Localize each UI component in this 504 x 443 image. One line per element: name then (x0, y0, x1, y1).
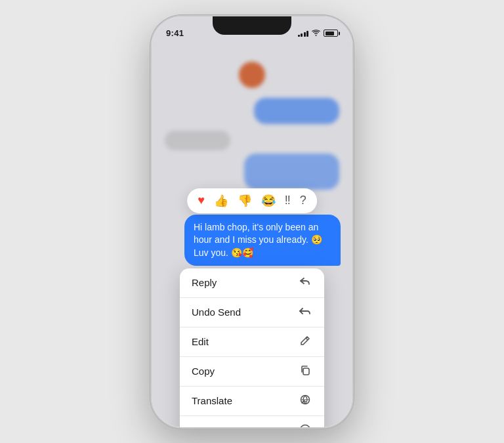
menu-item-edit[interactable]: Edit (180, 327, 324, 357)
menu-item-copy[interactable]: Copy (180, 357, 324, 387)
menu-item-more[interactable]: More... (180, 416, 324, 427)
copy-icon (298, 365, 312, 378)
reply-icon (298, 276, 312, 289)
context-menu: Reply Undo Send (180, 268, 324, 427)
phone-frame: 9:41 (150, 15, 354, 429)
screen: 9:41 (152, 16, 352, 427)
notch (213, 16, 291, 35)
message-text: Hi lamb chop, it's only been an hour and… (194, 222, 322, 258)
menu-label-undo-send: Undo Send (192, 306, 241, 318)
menu-label-more: More... (192, 425, 222, 427)
reaction-question[interactable]: ? (300, 194, 306, 207)
status-icons (298, 30, 339, 37)
edit-icon (298, 335, 312, 348)
translate-icon (298, 394, 312, 408)
wifi-icon (312, 30, 320, 37)
undo-send-icon (298, 306, 312, 319)
menu-label-translate: Translate (192, 395, 232, 406)
menu-item-reply[interactable]: Reply (180, 268, 324, 298)
reaction-exclamation[interactable]: ‼ (285, 194, 291, 207)
svg-point-2 (301, 425, 310, 427)
menu-item-undo-send[interactable]: Undo Send (180, 298, 324, 327)
status-time: 9:41 (166, 28, 184, 38)
reaction-thumbsdown[interactable]: 👎 (238, 194, 252, 208)
menu-label-edit: Edit (192, 336, 209, 347)
reaction-haha[interactable]: 😂 (261, 194, 276, 208)
signal-icon (298, 30, 309, 37)
menu-label-reply: Reply (192, 277, 217, 288)
menu-item-translate[interactable]: Translate (180, 387, 324, 416)
menu-label-copy: Copy (192, 366, 215, 377)
reaction-bar: ♥ 👍 👎 😂 ‼ ? (187, 188, 317, 213)
message-bubble: Hi lamb chop, it's only been an hour and… (184, 215, 341, 266)
power-button[interactable] (352, 121, 354, 167)
battery-fill (326, 32, 335, 35)
reaction-heart[interactable]: ♥ (198, 194, 205, 207)
more-icon (298, 424, 312, 427)
reaction-thumbsup[interactable]: 👍 (214, 194, 228, 208)
svg-rect-0 (303, 368, 309, 375)
battery-icon (324, 30, 338, 37)
